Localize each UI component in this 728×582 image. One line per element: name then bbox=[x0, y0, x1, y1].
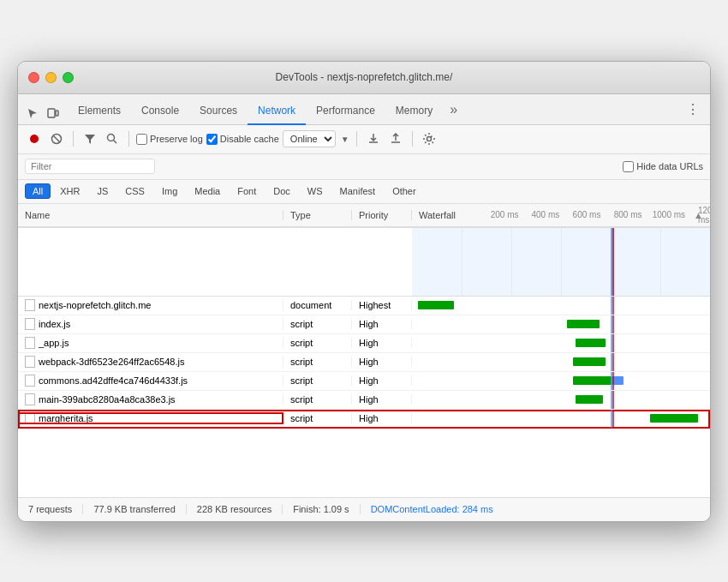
separator-2 bbox=[128, 131, 129, 147]
col-priority[interactable]: Priority bbox=[352, 210, 412, 220]
status-resources: 228 KB resources bbox=[187, 504, 283, 514]
device-icon[interactable] bbox=[45, 105, 61, 121]
status-requests: 7 requests bbox=[28, 504, 83, 514]
tab-performance[interactable]: Performance bbox=[306, 99, 385, 125]
svg-rect-1 bbox=[56, 111, 58, 116]
table-row[interactable]: nextjs-noprefetch.glitch.me document Hig… bbox=[18, 297, 710, 315]
svg-rect-0 bbox=[48, 109, 55, 117]
scale-400: 400 ms bbox=[531, 210, 559, 219]
row-type-6: script bbox=[283, 413, 352, 423]
table-row-highlighted[interactable]: margherita.js script High bbox=[18, 410, 710, 429]
timeline-scale: 200 ms 400 ms 600 ms 800 ms 1000 ms 1200… bbox=[463, 210, 710, 220]
network-requests-list: nextjs-noprefetch.glitch.me document Hig… bbox=[18, 297, 710, 497]
wf-bar-6 bbox=[650, 414, 698, 423]
row-waterfall-1 bbox=[412, 315, 710, 333]
filter-input[interactable] bbox=[25, 159, 155, 174]
svg-point-8 bbox=[427, 137, 431, 141]
type-filter-font[interactable]: Font bbox=[230, 183, 264, 199]
svg-point-6 bbox=[108, 135, 115, 141]
separator-4 bbox=[412, 131, 413, 147]
title-bar: DevTools - nextjs-noprefetch.glitch.me/ bbox=[18, 62, 710, 94]
table-row[interactable]: index.js script High bbox=[18, 315, 710, 334]
file-icon bbox=[25, 375, 35, 387]
network-toolbar: Preserve log Disable cache Online ▼ bbox=[18, 125, 710, 154]
hide-data-urls-label: Hide data URLs bbox=[636, 161, 703, 171]
type-filter-all[interactable]: All bbox=[25, 183, 51, 199]
type-filter-ws[interactable]: WS bbox=[300, 183, 331, 199]
scale-1200: 1200 ms bbox=[698, 206, 711, 225]
row-type-2: script bbox=[283, 338, 352, 348]
table-row[interactable]: _app.js script High bbox=[18, 334, 710, 353]
hide-data-urls-checkbox[interactable] bbox=[623, 161, 634, 172]
maximize-button[interactable] bbox=[63, 72, 74, 83]
type-filter-other[interactable]: Other bbox=[385, 183, 424, 199]
row-waterfall-3 bbox=[412, 353, 710, 371]
type-filter-js[interactable]: JS bbox=[89, 183, 116, 199]
row-priority-1: High bbox=[352, 319, 412, 329]
tab-icons bbox=[25, 105, 61, 124]
preserve-log-label: Preserve log bbox=[150, 134, 203, 144]
row-name-nextjs: nextjs-noprefetch.glitch.me bbox=[18, 299, 283, 311]
col-type[interactable]: Type bbox=[283, 210, 352, 220]
disable-cache-checkbox[interactable] bbox=[206, 134, 218, 145]
tab-elements[interactable]: Elements bbox=[68, 99, 131, 125]
search-button[interactable] bbox=[103, 129, 122, 148]
wf-red-2 bbox=[612, 334, 614, 352]
type-filter-xhr[interactable]: XHR bbox=[52, 183, 87, 199]
table-row[interactable]: webpack-3df6523e264ff2ac6548.js script H… bbox=[18, 353, 710, 372]
row-waterfall-4 bbox=[412, 372, 710, 390]
col-waterfall[interactable]: Waterfall ▲ 200 ms 400 ms 600 ms 800 ms … bbox=[412, 210, 710, 220]
svg-line-4 bbox=[54, 136, 60, 142]
type-filter-media[interactable]: Media bbox=[187, 183, 228, 199]
row-type-5: script bbox=[283, 394, 352, 405]
type-filters: All XHR JS CSS Img Media Font Doc WS Man… bbox=[18, 180, 710, 204]
filter-button[interactable] bbox=[81, 129, 99, 148]
status-bar: 7 requests 77.9 KB transferred 228 KB re… bbox=[18, 497, 710, 521]
waterfall-chart bbox=[18, 228, 710, 297]
type-filter-img[interactable]: Img bbox=[154, 183, 185, 199]
tab-console[interactable]: Console bbox=[131, 99, 189, 125]
type-filter-css[interactable]: CSS bbox=[117, 183, 152, 199]
more-tabs-button[interactable]: » bbox=[446, 97, 461, 124]
type-filter-manifest[interactable]: Manifest bbox=[332, 183, 384, 199]
row-name-commons: commons.ad42dffe4ca746d4433f.js bbox=[18, 375, 283, 387]
tab-network[interactable]: Network bbox=[248, 99, 306, 125]
row-name-app: _app.js bbox=[18, 337, 283, 349]
file-icon bbox=[25, 412, 35, 424]
minimize-button[interactable] bbox=[45, 72, 57, 83]
import-button[interactable] bbox=[364, 129, 383, 148]
devtools-menu-button[interactable]: ⋮ bbox=[683, 96, 703, 124]
cursor-icon[interactable] bbox=[25, 105, 40, 121]
export-button[interactable] bbox=[386, 129, 405, 148]
table-row[interactable]: commons.ad42dffe4ca746d4433f.js script H… bbox=[18, 372, 710, 391]
preserve-log-checkbox[interactable] bbox=[136, 134, 147, 145]
traffic-lights bbox=[28, 72, 74, 83]
throttle-dropdown-icon[interactable]: ▼ bbox=[341, 135, 349, 144]
load-line bbox=[612, 228, 614, 296]
col-name[interactable]: Name bbox=[18, 210, 283, 220]
file-icon bbox=[25, 299, 35, 311]
file-icon bbox=[25, 318, 35, 330]
row-priority-6: High bbox=[352, 413, 412, 423]
wf-bar-3 bbox=[573, 357, 606, 366]
table-row[interactable]: main-399abc8280a4a8ca38e3.js script High bbox=[18, 391, 710, 410]
close-button[interactable] bbox=[28, 72, 39, 83]
row-type-3: script bbox=[283, 357, 352, 367]
record-button[interactable] bbox=[25, 129, 44, 148]
disable-cache-group: Disable cache bbox=[206, 134, 279, 145]
row-waterfall-6 bbox=[412, 410, 710, 428]
tab-sources[interactable]: Sources bbox=[189, 99, 248, 125]
throttle-select[interactable]: Online bbox=[283, 130, 336, 147]
wf-bar-2 bbox=[576, 339, 606, 347]
wf-red-0 bbox=[612, 297, 614, 315]
tab-memory[interactable]: Memory bbox=[385, 99, 443, 125]
devtools-window: DevTools - nextjs-noprefetch.glitch.me/ … bbox=[17, 61, 711, 522]
clear-button[interactable] bbox=[47, 129, 66, 148]
wf-red-4 bbox=[612, 372, 614, 390]
row-name-margherita: margherita.js bbox=[18, 412, 283, 424]
preserve-log-group: Preserve log bbox=[136, 134, 203, 145]
settings-button[interactable] bbox=[420, 129, 439, 148]
separator-3 bbox=[356, 131, 357, 147]
scale-1000: 1000 ms bbox=[653, 210, 685, 219]
type-filter-doc[interactable]: Doc bbox=[266, 183, 298, 199]
